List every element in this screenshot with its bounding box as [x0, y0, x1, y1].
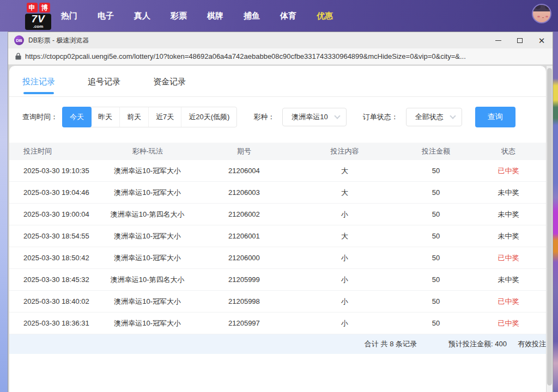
status-cell: 未中奖 — [471, 275, 546, 285]
bet-time-cell: 2025-03-30 18:36:31 — [9, 319, 95, 327]
nav-item-hot[interactable]: 热门 — [61, 11, 77, 21]
scrollbar-thumb[interactable] — [547, 68, 552, 385]
status-cell: 已中奖 — [471, 166, 546, 176]
nav-item-live[interactable]: 真人 — [134, 11, 150, 21]
window-titlebar[interactable]: DB DB彩票 - 极速浏览器 ✕ — [8, 32, 553, 48]
window-title: DB彩票 - 极速浏览器 — [28, 36, 89, 45]
tab-fund-records[interactable]: 资金记录 — [153, 66, 186, 96]
nav-item-lottery[interactable]: 彩票 — [171, 11, 187, 21]
window-controls: ✕ — [487, 32, 553, 48]
game-play-cell: 澳洲幸运10-冠军大小 — [95, 188, 200, 198]
bet-amount-cell: 50 — [401, 188, 471, 197]
summary-total-count: 合计 共 8 条记录 — [365, 334, 417, 354]
issue-cell: 21205998 — [200, 297, 289, 305]
time-option-day-before[interactable]: 前天 — [119, 107, 148, 127]
bet-amount-cell: 50 — [401, 297, 471, 305]
logo-wordmark: 7V .com — [25, 14, 51, 30]
minimize-button[interactable] — [487, 32, 509, 48]
browser-app-icon: DB — [14, 35, 24, 45]
order-status-value: 全部状态 — [415, 112, 444, 122]
game-play-cell: 澳洲幸运10-第四名大小 — [95, 210, 200, 219]
game-play-cell: 澳洲幸运10-冠军大小 — [95, 318, 200, 328]
status-cell: 未中奖 — [471, 188, 546, 198]
status-cell: 未中奖 — [471, 210, 546, 219]
issue-cell: 21205997 — [200, 319, 289, 327]
status-cell: 已中奖 — [471, 318, 546, 328]
nav-item-promo[interactable]: 优惠 — [317, 11, 333, 21]
bet-time-cell: 2025-03-30 19:00:04 — [9, 210, 95, 218]
game-play-cell: 澳洲幸运10-冠军大小 — [95, 297, 200, 307]
nav-item-fishing[interactable]: 捕鱼 — [244, 11, 260, 21]
summary-expected-amount: 预计投注金额: 400 — [448, 334, 507, 354]
maximize-button[interactable] — [509, 32, 531, 48]
logo-badge-right: 博 — [39, 3, 50, 13]
table-row: 2025-03-30 19:10:35 澳洲幸运10-冠军大小 21206004… — [9, 160, 546, 182]
bet-content-cell: 大 — [288, 166, 401, 176]
table-row: 2025-03-30 18:36:31 澳洲幸运10-冠军大小 21205997… — [9, 313, 546, 334]
time-option-yesterday[interactable]: 昨天 — [91, 107, 119, 127]
bet-amount-cell: 50 — [401, 319, 471, 327]
table-row: 2025-03-30 18:54:55 澳洲幸运10-冠军大小 21206001… — [9, 225, 546, 247]
nav-item-cards[interactable]: 棋牌 — [207, 11, 223, 21]
issue-cell: 21206001 — [200, 232, 289, 240]
time-filter-label: 查询时间： — [22, 112, 58, 122]
issue-cell: 21206002 — [200, 210, 289, 218]
table-body: 2025-03-30 19:10:35 澳洲幸运10-冠军大小 21206004… — [9, 160, 546, 334]
site-logo[interactable]: 申 博 7V .com — [21, 3, 56, 30]
table-row: 2025-03-30 19:04:46 澳洲幸运10-冠军大小 21206003… — [9, 182, 546, 204]
chevron-down-icon — [450, 113, 456, 119]
time-option-today[interactable]: 今天 — [62, 107, 92, 127]
query-button[interactable]: 查询 — [475, 107, 515, 127]
header-status: 状态 — [471, 146, 546, 156]
filter-bar: 查询时间： 今天 昨天 前天 近7天 近20天(低频) 彩种： 澳洲幸运10 订… — [22, 107, 546, 127]
bet-content-cell: 大 — [288, 231, 401, 241]
desktop-background-right — [553, 32, 558, 392]
time-filter-group: 今天 昨天 前天 近7天 近20天(低频) — [62, 107, 237, 127]
tab-bet-records[interactable]: 投注记录 — [22, 66, 55, 96]
bet-time-cell: 2025-03-30 18:50:42 — [9, 254, 95, 262]
summary-bar: 合计 共 8 条记录 预计投注金额: 400 有效投注金 — [9, 334, 546, 354]
close-button[interactable]: ✕ — [531, 32, 553, 48]
table-row: 2025-03-30 18:40:02 澳洲幸运10-冠军大小 21205998… — [9, 291, 546, 313]
bet-content-cell: 小 — [288, 210, 401, 219]
maximize-icon — [517, 38, 523, 43]
records-card: 投注记录 追号记录 资金记录 查询时间： 今天 昨天 前天 近7天 近20天(低… — [9, 66, 546, 392]
desktop-background-left — [0, 32, 8, 392]
summary-valid-amount: 有效投注金 — [518, 334, 546, 354]
lock-icon — [15, 53, 21, 60]
address-bar[interactable]: https://ctopcp02pcali.uengi5e.com/lotter… — [8, 48, 553, 65]
game-play-cell: 澳洲幸运10-第四名大小 — [95, 275, 200, 285]
chevron-down-icon — [334, 113, 340, 119]
logo-badge-left: 申 — [27, 3, 38, 13]
minimize-icon — [495, 40, 501, 41]
bet-time-cell: 2025-03-30 19:10:35 — [9, 167, 95, 175]
table-row: 2025-03-30 19:00:04 澳洲幸运10-第四名大小 2120600… — [9, 204, 546, 225]
status-cell: 未中奖 — [471, 231, 546, 241]
game-play-cell: 澳洲幸运10-冠军大小 — [95, 166, 200, 176]
status-cell: 已中奖 — [471, 253, 546, 263]
close-icon: ✕ — [538, 36, 545, 45]
nav-item-slots[interactable]: 电子 — [98, 11, 114, 21]
user-avatar[interactable] — [532, 4, 551, 23]
order-status-select[interactable]: 全部状态 — [406, 108, 462, 126]
bet-content-cell: 小 — [288, 297, 401, 307]
order-status-label: 订单状态： — [363, 112, 398, 122]
game-play-cell: 澳洲幸运10-冠军大小 — [95, 253, 200, 263]
vertical-scrollbar — [547, 66, 553, 392]
bet-content-cell: 小 — [288, 318, 401, 328]
header-bet-time: 投注时间 — [9, 146, 95, 156]
bet-amount-cell: 50 — [401, 167, 471, 175]
record-tabs: 投注记录 追号记录 资金记录 — [9, 66, 546, 97]
bet-amount-cell: 50 — [401, 254, 471, 262]
bet-content-cell: 大 — [288, 188, 401, 198]
issue-cell: 21205999 — [200, 275, 289, 284]
lottery-select[interactable]: 澳洲幸运10 — [282, 108, 346, 126]
bet-amount-cell: 50 — [401, 275, 471, 284]
header-issue: 期号 — [200, 146, 289, 156]
time-option-last7days[interactable]: 近7天 — [148, 107, 181, 127]
table-row: 2025-03-30 18:50:42 澳洲幸运10-冠军大小 21206000… — [9, 247, 546, 269]
time-option-last20days[interactable]: 近20天(低频) — [181, 107, 236, 127]
nav-item-sports[interactable]: 体育 — [280, 11, 296, 21]
top-navigation-bar: 申 博 7V .com 热门 电子 真人 彩票 棋牌 捕鱼 体育 优惠 — [0, 0, 558, 32]
tab-chase-records[interactable]: 追号记录 — [88, 66, 120, 96]
